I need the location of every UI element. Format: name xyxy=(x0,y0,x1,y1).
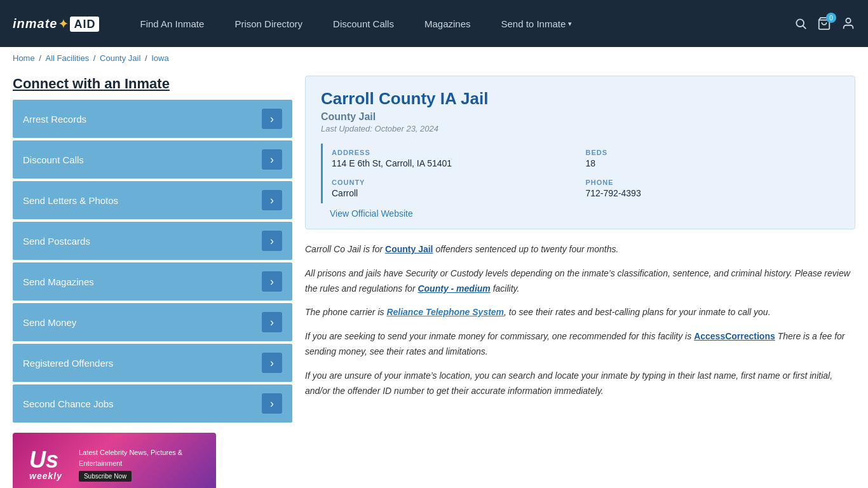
svg-point-3 xyxy=(846,18,850,23)
facility-details: ADDRESS 114 E 6th St, Carroll, IA 51401 … xyxy=(321,144,839,203)
sidebar: Connect with an Inmate Arrest Records › … xyxy=(13,76,292,488)
nav-icons: 0 xyxy=(794,17,855,30)
access-corrections-link[interactable]: AccessCorrections xyxy=(694,331,775,341)
address-label: ADDRESS xyxy=(332,149,586,156)
breadcrumb-bar: Home / All Facilities / County Jail / Io… xyxy=(0,47,868,69)
nav-discount-calls[interactable]: Discount Calls xyxy=(318,0,409,47)
facility-card: Carroll County IA Jail County Jail Last … xyxy=(305,76,855,229)
arrow-icon: › xyxy=(262,190,282,210)
nav-magazines[interactable]: Magazines xyxy=(409,0,486,47)
address-value: 114 E 6th St, Carroll, IA 51401 xyxy=(332,158,586,168)
dropdown-arrow-icon: ▾ xyxy=(568,20,572,28)
sidebar-item-arrest-records[interactable]: Arrest Records › xyxy=(13,100,292,138)
ad-cta[interactable]: Subscribe Now xyxy=(79,471,132,482)
breadcrumb-county-jail[interactable]: County Jail xyxy=(100,53,140,63)
phone-value: 712-792-4393 xyxy=(586,188,840,198)
nav-links: Find An Inmate Prison Directory Discount… xyxy=(125,0,794,47)
facility-description: Carroll Co Jail is for County Jail offen… xyxy=(305,242,855,398)
cart-badge: 0 xyxy=(826,13,836,23)
phone-carrier-link[interactable]: Reliance Telephone System xyxy=(386,307,504,317)
svg-line-1 xyxy=(803,26,806,29)
sidebar-item-send-postcards[interactable]: Send Postcards › xyxy=(13,222,292,260)
description-para5: If you are unsure of your inmate’s locat… xyxy=(305,369,855,399)
description-para2: All prisons and jails have Security or C… xyxy=(305,266,855,297)
sidebar-title: Connect with an Inmate xyxy=(13,76,292,92)
ad-logo: Us weekly xyxy=(20,442,71,487)
main-content: Carroll County IA Jail County Jail Last … xyxy=(305,76,855,488)
svg-point-0 xyxy=(796,19,804,27)
cart-icon[interactable]: 0 xyxy=(817,17,831,30)
breadcrumb-home[interactable]: Home xyxy=(13,53,35,63)
phone-block: PHONE 712-792-4393 xyxy=(586,173,840,203)
address-block: ADDRESS 114 E 6th St, Carroll, IA 51401 xyxy=(332,144,586,173)
nav-find-inmate[interactable]: Find An Inmate xyxy=(125,0,219,47)
official-website-link[interactable]: View Official Website xyxy=(330,208,413,219)
county-label: COUNTY xyxy=(332,179,586,186)
sidebar-item-send-magazines[interactable]: Send Magazines › xyxy=(13,262,292,301)
description-para4: If you are seeking to send your inmate m… xyxy=(305,329,855,360)
county-jail-link[interactable]: County Jail xyxy=(385,244,433,254)
breadcrumb-all-facilities[interactable]: All Facilities xyxy=(46,53,90,63)
nav-prison-directory[interactable]: Prison Directory xyxy=(219,0,318,47)
nav-send-to-inmate[interactable]: Send to Inmate ▾ xyxy=(486,0,588,47)
description-para1: Carroll Co Jail is for County Jail offen… xyxy=(305,242,855,257)
beds-block: BEDS 18 xyxy=(586,144,840,173)
search-icon[interactable] xyxy=(794,17,807,30)
arrow-icon: › xyxy=(262,353,282,373)
sidebar-advertisement[interactable]: Us weekly Latest Celebrity News, Picture… xyxy=(13,433,216,488)
facility-website: View Official Website xyxy=(321,208,839,219)
arrow-icon: › xyxy=(262,149,282,170)
sidebar-item-discount-calls[interactable]: Discount Calls › xyxy=(13,140,292,179)
sidebar-menu: Arrest Records › Discount Calls › Send L… xyxy=(13,100,292,423)
sidebar-item-send-letters-photos[interactable]: Send Letters & Photos › xyxy=(13,181,292,219)
logo-inmate-text: inmate✦AID xyxy=(13,15,99,32)
breadcrumb: Home / All Facilities / County Jail / Io… xyxy=(13,53,855,63)
sidebar-item-registered-offenders[interactable]: Registered Offenders › xyxy=(13,344,292,382)
description-para3: The phone carrier is Reliance Telephone … xyxy=(305,305,855,320)
sidebar-item-second-chance-jobs[interactable]: Second Chance Jobs › xyxy=(13,384,292,423)
county-value: Carroll xyxy=(332,188,586,198)
arrow-icon: › xyxy=(262,109,282,129)
arrow-icon: › xyxy=(262,231,282,251)
facility-name: Carroll County IA Jail xyxy=(321,89,839,109)
county-block: COUNTY Carroll xyxy=(332,173,586,203)
user-icon[interactable] xyxy=(841,17,855,30)
beds-value: 18 xyxy=(586,158,840,168)
county-medium-link[interactable]: County - medium xyxy=(417,283,490,294)
sidebar-item-send-money[interactable]: Send Money › xyxy=(13,303,292,341)
facility-updated: Last Updated: October 23, 2024 xyxy=(321,124,839,133)
breadcrumb-iowa[interactable]: Iowa xyxy=(151,53,168,63)
facility-type: County Jail xyxy=(321,111,839,123)
logo-bird-icon: ✦ xyxy=(58,18,69,30)
logo[interactable]: inmate✦AID xyxy=(13,15,99,32)
phone-label: PHONE xyxy=(586,179,840,186)
content-area: Connect with an Inmate Arrest Records › … xyxy=(0,69,868,488)
beds-label: BEDS xyxy=(586,149,840,156)
navbar: inmate✦AID Find An Inmate Prison Directo… xyxy=(0,0,868,47)
logo-aid-text: AID xyxy=(70,17,99,32)
arrow-icon: › xyxy=(262,393,282,414)
ad-headline: Latest Celebrity News, Pictures & Entert… xyxy=(79,447,211,468)
arrow-icon: › xyxy=(262,271,282,292)
arrow-icon: › xyxy=(262,312,282,332)
